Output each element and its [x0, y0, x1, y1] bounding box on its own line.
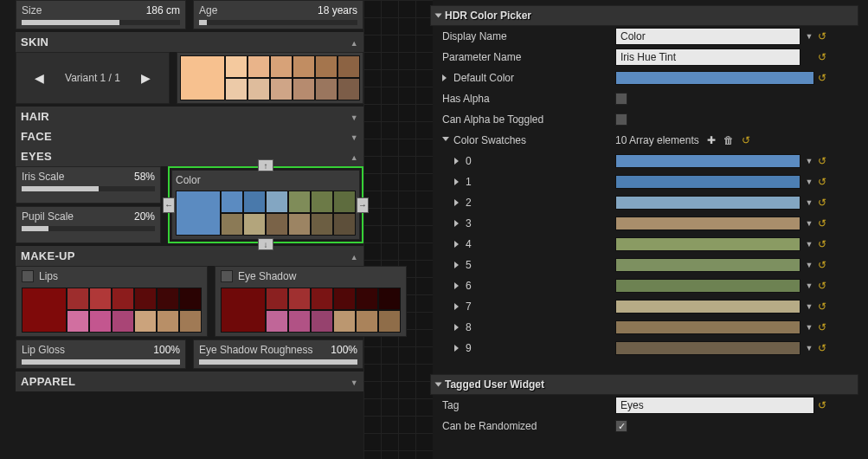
eye-color-selected[interactable] [176, 191, 221, 236]
revert-icon[interactable]: ↺ [818, 155, 826, 167]
swatch-color[interactable] [615, 320, 800, 334]
dropdown-icon[interactable]: ▼ [804, 32, 814, 41]
dropdown-icon[interactable]: ▼ [804, 323, 814, 332]
swatch[interactable] [288, 213, 311, 236]
swatch[interactable] [89, 310, 112, 333]
swatch[interactable] [288, 191, 311, 213]
has-alpha-checkbox[interactable] [615, 93, 627, 105]
add-element-icon[interactable]: ✚ [707, 134, 716, 146]
lips-checkbox[interactable] [22, 270, 34, 282]
dropdown-icon[interactable]: ▼ [804, 198, 814, 207]
swatch[interactable] [112, 310, 134, 333]
eyeshadow-swatch-selected[interactable] [221, 288, 266, 333]
swatch[interactable] [333, 191, 356, 213]
randomize-checkbox[interactable] [615, 420, 627, 432]
skin-swatch-selected[interactable] [180, 55, 225, 100]
expand-icon[interactable] [454, 217, 461, 230]
display-name-input[interactable] [615, 28, 800, 45]
swatch[interactable] [248, 55, 270, 78]
revert-icon[interactable]: ↺ [818, 217, 826, 230]
swatch[interactable] [67, 310, 89, 333]
section-hair[interactable]: HAIR [16, 107, 363, 126]
lips-swatch-selected[interactable] [22, 288, 67, 333]
swatch-color[interactable] [615, 196, 800, 210]
dropdown-icon[interactable]: ▼ [804, 261, 814, 269]
section-apparel[interactable]: APPAREL [16, 372, 363, 391]
tag-input[interactable] [615, 397, 814, 414]
dropdown-icon[interactable]: ▼ [804, 219, 814, 228]
swatch[interactable] [338, 78, 360, 100]
dropdown-icon[interactable]: ▼ [804, 240, 814, 249]
swatch[interactable] [356, 288, 378, 310]
revert-icon[interactable]: ↺ [818, 72, 826, 84]
swatch[interactable] [293, 55, 315, 78]
alpha-toggle-checkbox[interactable] [615, 113, 627, 126]
iris-slider[interactable] [22, 186, 155, 191]
swatch[interactable] [179, 310, 202, 333]
group-tagged-widget[interactable]: Tagged User Widget [430, 374, 858, 395]
swatch[interactable] [225, 78, 248, 100]
swatch[interactable] [333, 213, 356, 236]
swatch-color[interactable] [615, 237, 800, 251]
swatch[interactable] [112, 288, 134, 310]
swatch[interactable] [266, 288, 288, 310]
swatch[interactable] [288, 288, 311, 310]
swatch-color[interactable] [615, 279, 800, 293]
dropdown-icon[interactable]: ▼ [804, 281, 814, 290]
revert-icon[interactable]: ↺ [818, 301, 826, 313]
age-slider[interactable] [199, 20, 357, 25]
expand-icon[interactable] [454, 342, 461, 354]
swatch[interactable] [157, 310, 179, 333]
group-hdr-color-picker[interactable]: HDR Color Picker [430, 5, 858, 26]
eyeshadow-checkbox[interactable] [221, 270, 233, 282]
prop-lipgloss[interactable]: Lip Gloss100% [16, 339, 186, 369]
swatch[interactable] [89, 288, 112, 310]
expand-icon[interactable] [454, 321, 461, 333]
swatch-color[interactable] [615, 175, 800, 189]
expand-icon[interactable] [454, 301, 461, 313]
move-left-icon[interactable]: ← [163, 197, 175, 213]
swatch[interactable] [333, 288, 356, 310]
expand-icon[interactable] [442, 72, 449, 84]
next-variant-icon[interactable]: ▶ [141, 71, 151, 85]
swatch[interactable] [243, 191, 266, 213]
swatch[interactable] [270, 78, 293, 100]
section-skin[interactable]: SKIN [16, 32, 363, 52]
revert-icon[interactable]: ↺ [818, 238, 826, 250]
pupil-slider[interactable] [22, 226, 155, 231]
collapse-icon[interactable] [440, 137, 452, 144]
swatch[interactable] [134, 288, 157, 310]
section-makeup[interactable]: MAKE-UP [16, 246, 363, 266]
revert-icon[interactable]: ↺ [818, 342, 826, 354]
swatch[interactable] [221, 191, 243, 213]
section-eyes[interactable]: EYES [16, 146, 363, 166]
revert-icon[interactable]: ↺ [818, 280, 826, 292]
revert-icon[interactable]: ↺ [818, 176, 826, 188]
revert-icon[interactable]: ↺ [818, 399, 826, 411]
expand-icon[interactable] [454, 155, 461, 167]
clear-array-icon[interactable]: 🗑 [723, 134, 734, 146]
prop-pupil-scale[interactable]: Pupil Scale20% [16, 206, 161, 243]
expand-icon[interactable] [454, 259, 461, 271]
swatch[interactable] [179, 288, 202, 310]
swatch[interactable] [293, 78, 315, 100]
swatch-color[interactable] [615, 217, 800, 230]
swatch[interactable] [248, 78, 270, 100]
revert-icon[interactable]: ↺ [818, 321, 826, 333]
swatch[interactable] [266, 191, 288, 213]
swatch[interactable] [221, 213, 243, 236]
swatch-color[interactable] [615, 258, 800, 272]
revert-icon[interactable]: ↺ [818, 51, 826, 63]
swatch[interactable] [311, 191, 333, 213]
swatch[interactable] [266, 310, 288, 333]
prop-size[interactable]: Size186 cm [16, 0, 186, 29]
prop-iris-scale[interactable]: Iris Scale58% [16, 166, 161, 204]
swatch[interactable] [270, 55, 293, 78]
move-right-icon[interactable]: → [357, 197, 369, 213]
section-face[interactable]: FACE [16, 126, 363, 146]
swatch[interactable] [311, 288, 333, 310]
default-color-swatch[interactable] [615, 71, 814, 85]
swatch[interactable] [157, 288, 179, 310]
expand-icon[interactable] [454, 238, 461, 250]
move-up-icon[interactable]: ↑ [258, 159, 273, 171]
